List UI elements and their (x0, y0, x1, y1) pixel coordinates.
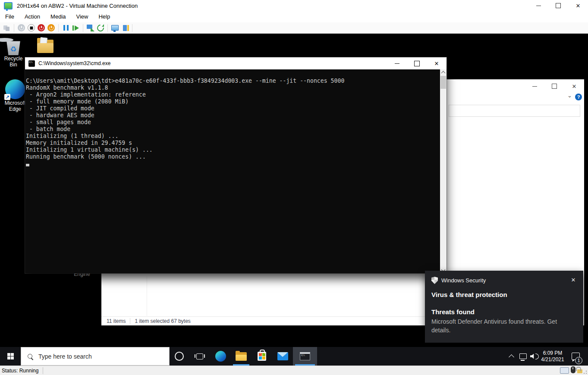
tray-volume-button[interactable] (529, 347, 540, 366)
edge-icon: ↗ (5, 79, 25, 99)
minimize-icon (395, 63, 399, 64)
explorer-help-button[interactable]: ? (575, 94, 582, 100)
desktop-icon-folder[interactable] (37, 37, 54, 56)
console-line: Initializing 1 virtual machine(s) ... (26, 147, 439, 153)
taskbar-search[interactable] (21, 347, 170, 366)
clock-time: 6:09 PM (543, 350, 563, 356)
explorer-maximize-button[interactable] (544, 81, 564, 91)
enhanced-session-icon[interactable] (121, 24, 129, 32)
clock-date: 4/21/2021 (541, 356, 564, 363)
basic-session-icon[interactable] (111, 24, 119, 32)
toolbar-separator (14, 24, 14, 32)
console-cursor (26, 164, 29, 166)
cortana-button[interactable] (169, 347, 189, 366)
paste-shape (6, 27, 9, 31)
edge-icon (215, 351, 226, 362)
shortcut-arrow-icon: ↗ (4, 94, 10, 100)
console-line: - Argon2 implementation: reference (26, 91, 439, 98)
scroll-thumb[interactable] (440, 76, 446, 89)
resize-grip[interactable] (583, 370, 587, 374)
tray-network-button[interactable] (517, 347, 529, 366)
search-input[interactable] (38, 353, 151, 360)
taskbar-edge-button[interactable] (210, 347, 231, 366)
cmd-icon: C:\. (28, 60, 35, 67)
ribbon-collapse-icon[interactable]: ⌄ (567, 92, 572, 99)
vm-minimize-button[interactable] (528, 0, 548, 11)
task-view-button[interactable] (189, 347, 210, 366)
tray-overflow-button[interactable] (506, 347, 517, 366)
vm-maximize-button[interactable] (548, 0, 568, 11)
network-icon (519, 353, 527, 359)
turn-off-vm-icon[interactable] (37, 24, 45, 32)
menu-help[interactable]: Help (93, 11, 115, 22)
power-gray-icon (18, 24, 25, 31)
shut-down-vm-icon[interactable] (47, 24, 55, 32)
resume-vm-icon[interactable] (72, 24, 80, 32)
explorer-minimize-button[interactable] (525, 81, 544, 91)
vm-toolbar (0, 22, 588, 34)
toast-body: Microsoft Defender Antivirus found threa… (431, 317, 574, 334)
console-line: C:\Users\amit\Desktop\tdt>e481a70c-e60f-… (26, 78, 439, 84)
pause-vm-icon[interactable] (62, 24, 70, 32)
explorer-window-controls: ✕ (525, 81, 584, 91)
cmd-scrollbar[interactable] (440, 69, 447, 273)
vm-statusbar: Status: Running (0, 366, 588, 375)
start-button[interactable] (0, 347, 21, 366)
play-triangle-icon (75, 25, 79, 31)
cmd-window-controls: ✕ (387, 57, 447, 69)
explorer-close-button[interactable]: ✕ (564, 81, 584, 91)
action-center-button[interactable]: 1 (566, 347, 585, 366)
menu-view[interactable]: View (71, 11, 94, 22)
display-icon (111, 25, 119, 31)
toast-heading: Threats found (431, 308, 475, 316)
file-explorer-icon (236, 352, 247, 361)
taskbar-mail-button[interactable] (272, 347, 293, 366)
cmd-maximize-button[interactable] (407, 57, 427, 69)
server-icon (123, 25, 127, 31)
stop-icon (28, 24, 35, 31)
menu-file[interactable]: File (0, 11, 19, 22)
vm-titlebar: 20H1x64 on ABW2 - Virtual Machine Connec… (0, 0, 588, 11)
console-line: - full memory mode (2080 MiB) (26, 98, 439, 105)
menu-media[interactable]: Media (45, 11, 71, 22)
desktop-icon-edge[interactable]: ↗ Microsoft Edge (2, 79, 28, 112)
minimize-icon (536, 6, 541, 6)
scroll-up-icon[interactable] (441, 71, 446, 75)
vm-window-controls: ✕ (528, 0, 588, 11)
maximize-icon (414, 61, 420, 66)
search-icon (28, 354, 32, 359)
toast-close-button[interactable]: ✕ (569, 275, 578, 285)
revert-icon[interactable] (96, 24, 104, 32)
statusbar-separator (130, 318, 130, 324)
menu-action[interactable]: Action (19, 11, 45, 22)
maximize-icon (552, 84, 557, 89)
maximize-icon (556, 3, 561, 8)
taskbar-explorer-button[interactable] (231, 347, 252, 366)
chevron-up-icon (509, 354, 514, 360)
explorer-search-box[interactable] (449, 105, 580, 117)
taskbar-store-button[interactable] (252, 347, 272, 366)
stop-vm-icon[interactable] (27, 24, 35, 32)
tray-clock[interactable]: 6:09 PM 4/21/2021 (539, 347, 566, 366)
vm-viewport: ♻ Recycle Bin ↗ Microsoft Edge Engine ✕ (0, 34, 588, 366)
revert-arrowhead-shape (102, 24, 104, 27)
start-vm-icon[interactable] (17, 24, 25, 32)
ctrl-alt-del-icon[interactable] (3, 24, 11, 32)
cmd-minimize-button[interactable] (387, 57, 407, 69)
windows-security-toast[interactable]: Windows Security ✕ Virus & threat protec… (425, 271, 583, 343)
toast-title: Virus & threat protection (431, 291, 507, 298)
minimize-icon (532, 86, 537, 87)
cmd-close-button[interactable]: ✕ (427, 57, 447, 69)
unlock-status-icon (577, 369, 582, 373)
toast-app-name: Windows Security (441, 277, 486, 284)
desktop-icon-recycle-bin[interactable]: ♻ Recycle Bin (0, 36, 27, 68)
cmd-titlebar[interactable]: C:\. C:\Windows\system32\cmd.exe ✕ (25, 57, 447, 69)
console-line: - JIT compiled mode (26, 105, 439, 112)
console-line: Running benchmark (5000 nonces) ... (26, 153, 439, 160)
taskbar-cmd-button[interactable]: C:\. (293, 347, 317, 366)
console-line: RandomX benchmark v1.1.8 (26, 84, 439, 91)
explorer-selection-info: 1 item selected 67 bytes (135, 318, 190, 324)
checkpoint-icon[interactable] (86, 24, 94, 32)
folder-front-shape (37, 43, 53, 53)
vm-close-button[interactable]: ✕ (568, 0, 588, 11)
